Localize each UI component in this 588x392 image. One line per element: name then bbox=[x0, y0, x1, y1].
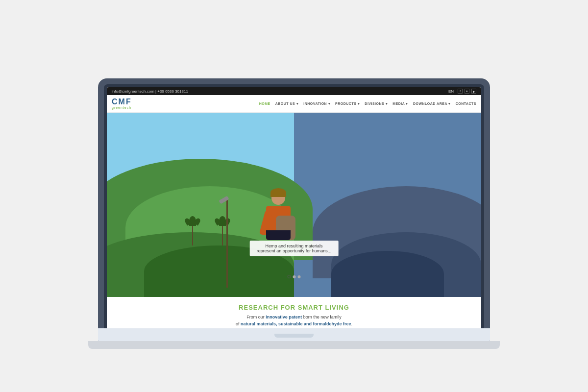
lang-selector[interactable]: EN bbox=[448, 89, 454, 94]
person-bag bbox=[276, 216, 295, 240]
top-bar-right: EN f in ▶ bbox=[448, 89, 476, 94]
hero-text-box: Hemp and resulting materials represent a… bbox=[250, 241, 339, 256]
hemp-plant-1 bbox=[189, 216, 196, 245]
dot-2[interactable] bbox=[293, 275, 296, 278]
laptop-frame: info@cmfgreentech.com | +39 0536 301311 … bbox=[83, 49, 505, 343]
logo[interactable]: CMF greentech bbox=[112, 98, 132, 109]
logo-greentech: greentech bbox=[112, 106, 132, 109]
person-head bbox=[271, 191, 285, 205]
nav-contacts[interactable]: CONTACTS bbox=[456, 102, 476, 105]
person-body bbox=[266, 206, 291, 240]
laptop-base-bottom bbox=[88, 341, 500, 349]
hero-line1: Hemp and resulting materials bbox=[257, 244, 332, 248]
laptop-screen: info@cmfgreentech.com | +39 0536 301311 … bbox=[107, 87, 481, 334]
subtitle-line2-bold: natural materials, sustainable and forma… bbox=[241, 321, 351, 326]
hero-section: Hemp and resulting materials represent a… bbox=[107, 113, 481, 297]
slider-dots bbox=[288, 275, 301, 278]
person-arm bbox=[259, 210, 272, 236]
hemp-leaves-1 bbox=[189, 216, 196, 226]
walking-stick bbox=[226, 199, 228, 288]
section-subtitle: From our innovative patent born the new … bbox=[117, 314, 471, 327]
subtitle-plain1: From our bbox=[246, 315, 266, 319]
nav-links: HOME ABOUT US ▾ INNOVATION ▾ PRODUCTS ▾ … bbox=[259, 102, 476, 106]
linkedin-icon[interactable]: in bbox=[465, 89, 469, 94]
nav-download[interactable]: DOWNLOAD AREA ▾ bbox=[413, 102, 451, 106]
youtube-icon[interactable]: ▶ bbox=[471, 89, 476, 94]
navigation: CMF greentech HOME ABOUT US ▾ INNOVATION… bbox=[107, 95, 481, 113]
subtitle-line2-end: . bbox=[351, 321, 353, 326]
dot-3[interactable] bbox=[298, 275, 301, 278]
nav-about[interactable]: ABOUT US ▾ bbox=[275, 102, 299, 106]
subtitle-bold: innovative patent bbox=[266, 315, 302, 319]
hemp-stick-1 bbox=[192, 226, 193, 245]
hemp-plant-2 bbox=[219, 216, 226, 245]
subtitle-line2-plain: of bbox=[236, 321, 241, 326]
hero-scene: Hemp and resulting materials represent a… bbox=[107, 113, 481, 297]
top-bar: info@cmfgreentech.com | +39 0536 301311 … bbox=[107, 87, 481, 95]
nav-media[interactable]: MEDIA ▾ bbox=[392, 102, 408, 106]
nav-innovation[interactable]: INNOVATION ▾ bbox=[303, 102, 330, 106]
hemp-leaves-2 bbox=[219, 216, 226, 226]
hemp-stick-2 bbox=[222, 226, 223, 245]
nav-home[interactable]: HOME bbox=[259, 102, 270, 105]
logo-cmf: CMF bbox=[112, 98, 132, 106]
nav-products[interactable]: PRODUCTS ▾ bbox=[335, 102, 360, 106]
laptop-notch bbox=[274, 334, 314, 338]
section-title: RESEARCH FOR SMART LIVING bbox=[117, 304, 471, 311]
screen-border: info@cmfgreentech.com | +39 0536 301311 … bbox=[104, 84, 484, 337]
contact-info: info@cmfgreentech.com | +39 0536 301311 bbox=[112, 89, 188, 94]
subtitle-plain2: born the new family bbox=[302, 315, 342, 319]
laptop-body: info@cmfgreentech.com | +39 0536 301311 … bbox=[98, 78, 490, 343]
facebook-icon[interactable]: f bbox=[458, 89, 463, 94]
person-figure bbox=[249, 191, 308, 270]
hero-line2: represent an opportunity for humans... bbox=[257, 248, 332, 253]
nav-divisions[interactable]: DIVISIONS ▾ bbox=[365, 102, 388, 106]
dot-1[interactable] bbox=[288, 275, 291, 278]
hill-right3 bbox=[331, 251, 443, 297]
